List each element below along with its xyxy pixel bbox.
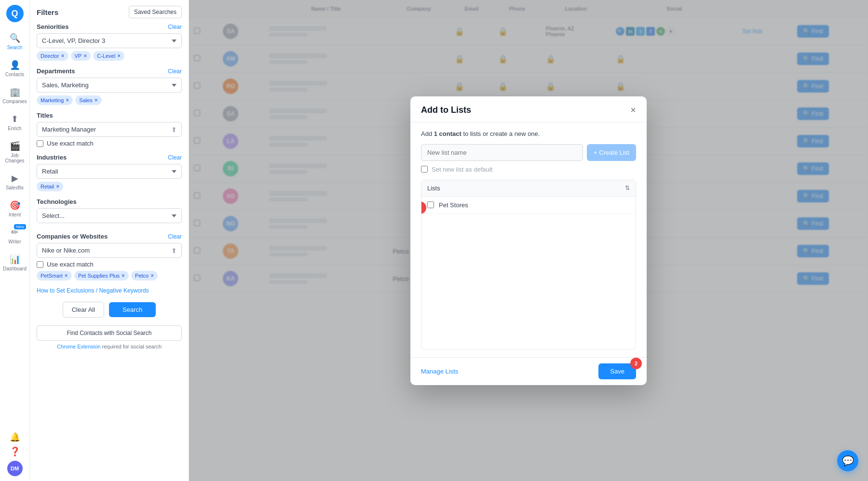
seniorities-section: Seniorities Clear C-Level, VP, Director … [37,23,182,61]
modal-footer: Manage Lists Save 2 [410,357,647,385]
technologies-section: Technologies Select... [37,198,182,226]
tag-marketing-remove[interactable]: × [66,97,69,104]
modal-close-button[interactable]: × [630,105,636,115]
tag-sales-remove[interactable]: × [95,97,98,104]
titles-input[interactable] [37,122,182,137]
seniorities-select[interactable]: C-Level, VP, Director 3 [37,33,182,48]
list-items-container: 1 Pet Stores [421,197,636,349]
modal-overlay[interactable]: Add to Lists × Add 1 contact to lists or… [189,0,868,481]
help-icon[interactable]: ❓ [10,446,20,457]
tag-marketing[interactable]: Marketing × [37,95,73,105]
enrich-icon: ⬆ [11,114,18,124]
tag-petsmart-remove[interactable]: × [65,272,68,279]
seniorities-tags: Director × VP × C-Level × [37,51,182,61]
tag-retail[interactable]: Retail × [37,182,63,191]
tag-retail-remove[interactable]: × [56,183,59,190]
lists-section-label: Lists [427,185,440,192]
sidebar-item-writer-label: Writer [8,239,21,244]
user-avatar[interactable]: DM [7,461,23,476]
sidebar-item-search[interactable]: 🔍 Search [2,29,28,54]
pet-stores-checkbox[interactable] [427,201,434,208]
tag-clevel-remove[interactable]: × [117,53,121,59]
chat-bubble[interactable]: 💬 [837,450,858,471]
seniorities-clear[interactable]: Clear [168,24,182,30]
companies-clear[interactable]: Clear [168,233,182,240]
lists-sort-icon[interactable]: ⇅ [625,185,630,191]
tag-vp[interactable]: VP × [71,51,91,61]
companies-section: Companies or Websites Clear ⬆ Use exact … [37,233,182,281]
tag-director[interactable]: Director × [37,51,68,61]
sidebar-item-intent-label: Intent [9,212,21,217]
search-icon: 🔍 [10,33,20,43]
save-button-wrapper: Save 2 [598,363,636,379]
tag-petco[interactable]: Petco × [131,271,158,281]
sidebar-item-companies[interactable]: 🏢 Companies [2,83,28,108]
sidebar-item-contacts[interactable]: 👤 Contacts [2,56,28,81]
tag-pet-supplies-plus[interactable]: Pet Supplies Plus × [74,271,129,281]
tag-clevel[interactable]: C-Level × [93,51,124,61]
create-list-button[interactable]: + Create List [587,144,636,161]
social-search-button[interactable]: Find Contacts with Social Search [37,325,182,341]
modal-header: Add to Lists × [410,96,647,122]
companies-input[interactable] [37,243,182,258]
sidebar-item-contacts-label: Contacts [5,72,24,77]
manage-lists-link[interactable]: Manage Lists [421,368,458,375]
sidebar-item-search-label: Search [7,45,23,50]
sidebar-item-enrich-label: Enrich [8,126,21,131]
new-list-row: + Create List [421,144,636,161]
intent-icon: 🎯 [10,200,20,211]
clear-all-button[interactable]: Clear All [63,302,104,318]
exclusion-link[interactable]: How to Set Exclusions / Negative Keyword… [37,287,182,294]
set-default-label: Set new list as default [432,166,492,173]
titles-exact-match-label: Use exact match [47,140,94,147]
modal-title: Add to Lists [421,105,471,115]
tag-petsmart[interactable]: PetSmart × [37,271,72,281]
tag-petco-remove[interactable]: × [150,272,154,279]
technologies-label: Technologies [37,198,77,205]
set-default-checkbox[interactable] [421,166,428,173]
titles-label: Titles [37,112,53,119]
tag-director-remove[interactable]: × [61,53,65,59]
sidebar-item-dashboard-label: Dashboard [3,266,27,271]
companies-icon: 🏢 [10,87,20,97]
titles-section: Titles ⬆ Use exact match [37,112,182,147]
sidebar-item-companies-label: Companies [2,99,27,104]
sidebar-item-salesflix-label: Salesflix [6,185,24,190]
companies-exact-match-checkbox[interactable] [37,261,43,268]
search-button[interactable]: Search [109,302,156,317]
titles-exact-match-checkbox[interactable] [37,140,43,147]
industries-select[interactable]: Retail [37,164,182,179]
modal-contact-count: 1 contact [434,130,461,137]
sidebar-item-writer[interactable]: ✏ Writer New [2,223,28,248]
departments-clear[interactable]: Clear [168,68,182,75]
sidebar-item-intent[interactable]: 🎯 Intent [2,196,28,221]
tag-sales[interactable]: Sales × [75,95,102,105]
technologies-select[interactable]: Select... [37,208,182,223]
notifications-bell[interactable]: 🔔 [10,432,20,442]
departments-section: Departments Clear Sales, Marketing Marke… [37,67,182,105]
companies-label: Companies or Websites [37,233,108,240]
companies-exact-match-label: Use exact match [47,261,94,268]
writer-badge: New [14,224,26,229]
sidebar-item-dashboard[interactable]: 📊 Dashboard [2,250,28,275]
logo[interactable]: Q [6,5,24,22]
departments-select[interactable]: Sales, Marketing [37,78,182,93]
companies-upload-icon[interactable]: ⬆ [171,247,177,254]
sidebar: Q 🔍 Search 👤 Contacts 🏢 Companies ⬆ Enri… [0,0,30,481]
industries-clear[interactable]: Clear [168,154,182,161]
pet-stores-label: Pet Stores [439,201,468,209]
new-list-input[interactable] [421,144,583,161]
modal-body: Add 1 contact to lists or create a new o… [410,122,647,357]
chrome-ext-link[interactable]: Chrome Extension [57,344,101,349]
main-content: Name / Title Company Email Phone Locatio… [189,0,868,481]
sidebar-item-enrich[interactable]: ⬆ Enrich [2,110,28,135]
industries-section: Industries Clear Retail Retail × [37,154,182,191]
tag-vp-remove[interactable]: × [83,53,87,59]
saved-searches-button[interactable]: Saved Searches [129,6,182,18]
upload-icon[interactable]: ⬆ [171,126,177,134]
industries-label: Industries [37,154,67,161]
tag-pet-supplies-remove[interactable]: × [122,272,125,279]
lists-empty-space [421,214,636,349]
sidebar-item-salesflix[interactable]: ▶ Salesflix [2,169,28,194]
sidebar-item-job-changes[interactable]: 🎬 Job Changes [2,137,28,167]
